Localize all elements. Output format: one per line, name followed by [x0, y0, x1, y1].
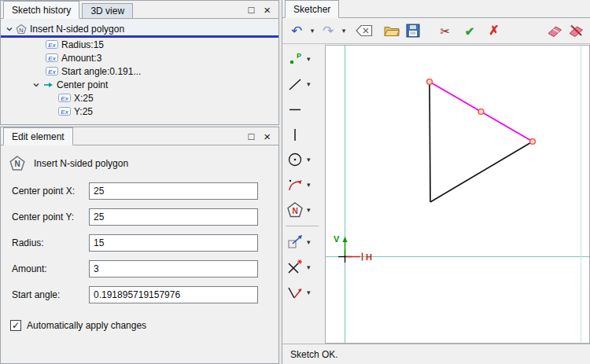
erase-selective-button[interactable] [566, 20, 586, 41]
accept-button[interactable]: ✔ [459, 20, 480, 41]
open-folder-icon [384, 24, 400, 37]
svg-text:Ex: Ex [61, 108, 68, 116]
backspace-button[interactable] [354, 20, 374, 41]
maximize-icon[interactable]: □ [248, 5, 254, 15]
auto-apply-row: ✓ Automatically apply changes [10, 320, 146, 331]
midpoint-marker[interactable] [478, 109, 484, 115]
tree-item-center-point[interactable]: Center point [1, 78, 278, 91]
sketch-history-panel: Sketch history 3D view □ × N Insert N-si… [0, 0, 279, 125]
center-point-y-label: Center point Y: [12, 211, 89, 222]
sketcher-tabbar: Sketcher [282, 0, 590, 18]
vertex-marker[interactable] [427, 79, 433, 85]
cancel-button[interactable]: ✗ [484, 20, 504, 41]
tree-item-amount[interactable]: Ex Amount:3 [1, 51, 278, 64]
vertical-line-tool-button[interactable] [286, 125, 325, 144]
save-button[interactable] [403, 20, 423, 41]
dropdown-arrow-icon[interactable]: ▾ [307, 289, 311, 296]
cut-button[interactable]: ✂ [435, 20, 455, 41]
tree-item-y[interactable]: Ex Y:25 [1, 105, 278, 118]
transform-tool-button[interactable]: ▾ [286, 233, 325, 252]
field-row-center-y: Center point Y: [12, 208, 258, 226]
circle-tool-button[interactable]: ▾ [286, 150, 325, 169]
center-point-x-input[interactable] [89, 182, 258, 200]
tree-item-label: Insert N-sided polygon [30, 24, 124, 35]
amount-label: Amount: [12, 263, 89, 274]
polygon-tool-icon: N [286, 200, 304, 219]
dropdown-arrow-icon[interactable]: ▾ [307, 263, 311, 271]
dropdown-arrow-icon[interactable]: ▾ [307, 55, 311, 63]
v-axis-arrow: V [334, 234, 348, 256]
edit-header-title: Insert N-sided polygon [34, 158, 128, 169]
edit-header: N Insert N-sided polygon [1, 145, 278, 172]
arc-tool-icon [286, 175, 304, 194]
edit-element-panel: Edit element □ × N Insert N-sided polygo… [0, 127, 279, 364]
polygon-tool-button[interactable]: N ▾ [286, 200, 325, 219]
center-point-x-label: Center point X: [12, 186, 89, 197]
trim-tool-button[interactable]: ▾ [286, 258, 325, 277]
field-row-start-angle: Start angle: [12, 286, 258, 303]
h-axis-arrow: H [346, 252, 372, 262]
dropdown-arrow-icon[interactable]: ▾ [307, 238, 311, 246]
start-angle-input[interactable] [89, 286, 258, 303]
eraser-pencil-icon [568, 24, 584, 37]
close-icon[interactable]: × [264, 131, 271, 142]
tree-item-label: Start angle:0.191... [61, 66, 141, 77]
amount-input[interactable] [89, 260, 258, 278]
undo-button[interactable]: ↶ [286, 20, 307, 41]
dropdown-arrow-icon[interactable]: ▾ [307, 156, 311, 164]
sketcher-workarea: P ▾ ▾ [282, 45, 590, 344]
chevron-expanded-icon[interactable] [6, 25, 13, 33]
expression-icon: Ex [58, 94, 71, 102]
dropdown-arrow-icon[interactable]: ▾ [307, 206, 311, 214]
expression-icon: Ex [58, 107, 71, 116]
redo-dropdown-icon[interactable]: ▾ [339, 20, 348, 41]
field-row-center-x: Center point X: [12, 182, 258, 200]
transform-tool-icon [286, 233, 304, 252]
angle-tool-button[interactable]: ▾ [286, 283, 325, 302]
polygon-icon: N [9, 155, 26, 172]
undo-dropdown-icon[interactable]: ▾ [308, 20, 317, 41]
radius-label: Radius: [12, 237, 89, 248]
svg-text:Ex: Ex [48, 42, 56, 49]
chevron-expanded-icon[interactable] [32, 81, 40, 89]
center-point-y-input[interactable] [89, 208, 258, 226]
tab-3d-view[interactable]: 3D view [82, 3, 133, 18]
svg-text:N: N [292, 207, 297, 215]
close-icon[interactable]: × [264, 4, 271, 16]
tree-item-label: Center point [57, 79, 108, 90]
expression-icon: Ex [46, 53, 58, 62]
arc-tool-button[interactable]: ▾ [286, 175, 325, 194]
cad-application: Sketch history 3D view □ × N Insert N-si… [0, 0, 590, 364]
horizontal-line-tool-button[interactable] [286, 100, 325, 119]
history-tabbar: Sketch history 3D view □ × [1, 1, 278, 19]
edit-element-body: N Insert N-sided polygon Center point X:… [1, 145, 278, 364]
dropdown-arrow-icon[interactable]: ▾ [307, 181, 311, 189]
tree-item-x[interactable]: Ex X:25 [1, 91, 278, 105]
sketch-canvas[interactable]: V H [325, 45, 590, 344]
erase-button[interactable] [544, 20, 565, 41]
open-button[interactable] [382, 20, 402, 41]
vertex-marker[interactable] [530, 139, 536, 145]
polygon-edge[interactable] [430, 142, 533, 202]
tab-sketcher[interactable]: Sketcher [285, 0, 339, 18]
polygon-edge[interactable] [430, 82, 430, 202]
vertical-line-tool-icon [286, 125, 304, 144]
maximize-icon[interactable]: □ [248, 131, 254, 142]
tree-item-label: Radius:15 [61, 39, 104, 50]
trim-tool-icon [286, 258, 304, 277]
dropdown-arrow-icon[interactable]: ▾ [307, 80, 311, 88]
tree-item-start-angle[interactable]: Ex Start angle:0.191... [1, 64, 278, 78]
tab-edit-element[interactable]: Edit element [3, 127, 73, 145]
point-tool-button[interactable]: P ▾ [286, 50, 325, 68]
status-text: Sketch OK. [290, 349, 338, 360]
radius-input[interactable] [89, 234, 258, 252]
svg-text:P: P [297, 52, 301, 60]
start-angle-label: Start angle: [12, 289, 89, 300]
auto-apply-checkbox[interactable]: ✓ [10, 320, 21, 331]
line-tool-button[interactable]: ▾ [286, 75, 325, 94]
redo-button[interactable]: ↷ [318, 20, 338, 41]
tree-item-radius[interactable]: Ex Radius:15 [1, 38, 278, 51]
tree-item-insert-polygon[interactable]: N Insert N-sided polygon [1, 22, 278, 38]
tree-item-label: Y:25 [74, 106, 93, 117]
tab-sketch-history[interactable]: Sketch history [3, 1, 79, 19]
